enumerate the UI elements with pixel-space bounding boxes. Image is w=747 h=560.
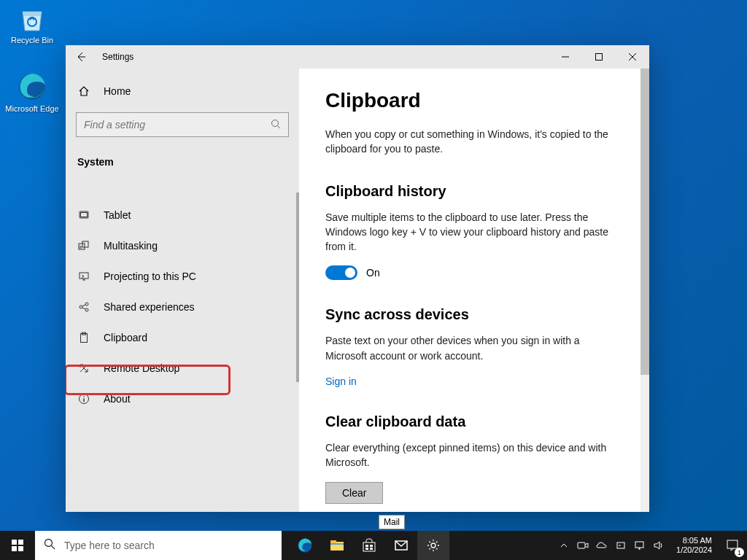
- svg-point-20: [45, 540, 53, 547]
- tray-volume-icon[interactable]: [650, 531, 667, 560]
- sidebar-item-label: Tablet: [104, 209, 131, 221]
- svg-rect-18: [12, 546, 17, 551]
- toggle-state-label: On: [366, 267, 380, 279]
- edge-icon: [17, 71, 47, 102]
- clock-date: 1/20/2024: [676, 545, 712, 555]
- tray-overflow[interactable]: [555, 531, 573, 560]
- minimize-button[interactable]: [549, 45, 582, 69]
- taskbar-clock[interactable]: 8:05 AM 1/20/2024: [670, 536, 718, 555]
- sign-in-link[interactable]: Sign in: [325, 376, 357, 387]
- sidebar: Home System Tablet Multitasking Projecti…: [66, 69, 299, 512]
- sidebar-item-about[interactable]: About: [66, 384, 299, 414]
- sidebar-item-tablet[interactable]: Tablet: [66, 200, 299, 230]
- sync-section-title: Sync across devices: [325, 306, 623, 323]
- svg-rect-8: [80, 273, 88, 279]
- sidebar-item-label: Remote Desktop: [104, 362, 179, 374]
- recycle-bin-icon: [17, 3, 47, 34]
- svg-point-9: [80, 306, 82, 308]
- tray-onedrive-icon[interactable]: [593, 531, 611, 560]
- sidebar-item-label: Multitasking: [104, 240, 158, 252]
- start-button[interactable]: [0, 531, 35, 560]
- taskbar-search[interactable]: Type here to search: [35, 531, 282, 560]
- sidebar-item-label: About: [104, 393, 131, 405]
- taskbar-settings[interactable]: [417, 531, 449, 560]
- action-center[interactable]: 1: [718, 531, 747, 560]
- settings-search[interactable]: [76, 112, 289, 137]
- svg-point-3: [272, 120, 279, 126]
- page-title: Clipboard: [325, 89, 623, 112]
- sidebar-item-label: Shared experiences: [104, 301, 195, 313]
- tray-meet-icon[interactable]: [574, 531, 592, 560]
- svg-point-10: [85, 303, 88, 306]
- svg-rect-27: [370, 545, 373, 547]
- svg-rect-29: [370, 548, 373, 550]
- sidebar-item-clipboard[interactable]: Clipboard: [66, 322, 299, 353]
- svg-point-11: [85, 308, 88, 311]
- taskbar-store[interactable]: [353, 531, 385, 560]
- svg-rect-25: [363, 542, 375, 551]
- sidebar-category: System: [66, 150, 299, 185]
- svg-rect-2: [596, 54, 603, 61]
- maximize-button[interactable]: [582, 45, 616, 69]
- close-button[interactable]: [616, 45, 649, 69]
- svg-rect-34: [635, 542, 643, 548]
- back-button[interactable]: [70, 46, 92, 68]
- settings-window: Settings Home System Tablet: [66, 45, 649, 512]
- remote-icon: [77, 362, 90, 375]
- svg-rect-23: [330, 540, 336, 543]
- svg-rect-26: [365, 545, 368, 547]
- search-icon: [271, 119, 281, 131]
- svg-rect-24: [330, 543, 344, 545]
- tray-network-icon[interactable]: [631, 531, 649, 560]
- sidebar-item-label: Projecting to this PC: [104, 271, 196, 282]
- sidebar-item-shared[interactable]: Shared experiences: [66, 292, 299, 322]
- svg-rect-35: [727, 540, 738, 548]
- taskbar-tooltip: Mail: [379, 515, 405, 529]
- svg-rect-32: [578, 542, 585, 548]
- titlebar: Settings: [66, 45, 649, 69]
- taskbar: Type here to search 8:05 AM 1/20/2024 1: [0, 531, 747, 560]
- arrow-annotation: [299, 245, 306, 284]
- settings-search-input[interactable]: [84, 119, 271, 131]
- svg-point-15: [83, 396, 85, 397]
- svg-rect-5: [81, 213, 88, 217]
- projecting-icon: [77, 270, 90, 283]
- sidebar-home-label: Home: [104, 85, 131, 97]
- search-icon: [44, 538, 55, 553]
- desktop-icon-label: Recycle Bin: [4, 36, 60, 44]
- system-tray: [555, 531, 670, 560]
- history-section-title: Clipboard history: [325, 183, 623, 200]
- sidebar-home[interactable]: Home: [66, 77, 299, 105]
- svg-rect-28: [365, 548, 368, 550]
- clipboard-icon: [77, 331, 90, 344]
- clear-button[interactable]: Clear: [325, 482, 383, 504]
- sidebar-item-remote[interactable]: Remote Desktop: [66, 353, 299, 384]
- history-section-desc: Save multiple items to the clipboard to …: [325, 210, 623, 254]
- svg-rect-16: [12, 540, 17, 545]
- sidebar-item-label: Clipboard: [104, 332, 147, 343]
- sidebar-item-projecting[interactable]: Projecting to this PC: [66, 261, 299, 292]
- taskbar-edge[interactable]: [289, 531, 321, 560]
- history-toggle[interactable]: [325, 265, 357, 280]
- desktop-icon-edge[interactable]: Microsoft Edge: [4, 71, 60, 113]
- sync-section-desc: Paste text on your other devices when yo…: [325, 333, 623, 363]
- svg-rect-17: [18, 540, 23, 545]
- taskbar-explorer[interactable]: [321, 531, 353, 560]
- clear-section-desc: Clear everything (except pinned items) o…: [325, 440, 623, 470]
- svg-point-31: [431, 543, 436, 548]
- taskbar-mail[interactable]: [385, 531, 417, 560]
- multitasking-icon: [77, 239, 90, 252]
- clock-time: 8:05 AM: [676, 536, 712, 545]
- svg-rect-19: [18, 546, 23, 551]
- about-icon: [77, 392, 90, 405]
- tablet-icon: [77, 209, 90, 222]
- content-scrollbar[interactable]: [640, 69, 649, 512]
- home-icon: [77, 85, 90, 98]
- content-pane: Clipboard When you copy or cut something…: [299, 69, 649, 512]
- window-title: Settings: [102, 52, 133, 62]
- desktop-icon-recycle-bin[interactable]: Recycle Bin: [4, 3, 60, 44]
- tray-security-icon[interactable]: [612, 531, 630, 560]
- sidebar-item-multitasking[interactable]: Multitasking: [66, 230, 299, 261]
- page-description: When you copy or cut something in Window…: [325, 127, 623, 157]
- desktop-icon-label: Microsoft Edge: [4, 104, 60, 113]
